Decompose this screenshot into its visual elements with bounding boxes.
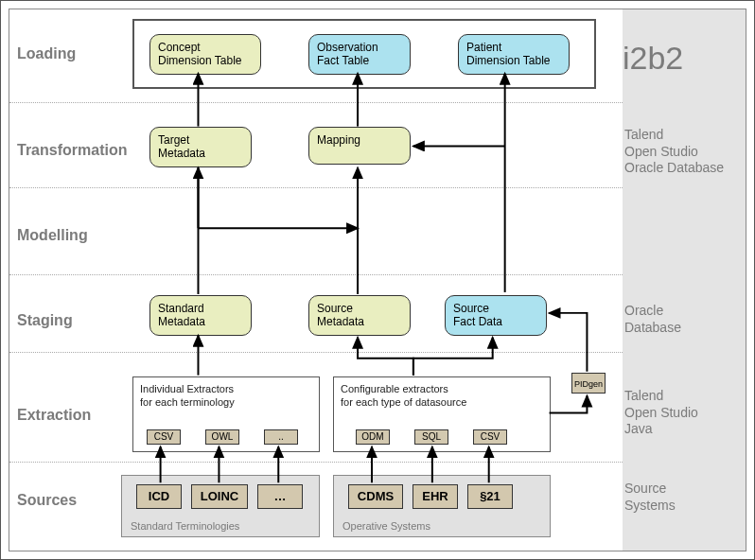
source-ehr: EHR — [413, 484, 458, 509]
extraction-right-caption: Configurable extractors for each type of… — [341, 382, 466, 410]
format-sql: SQL — [414, 429, 448, 445]
side-label-sources: Source Systems — [624, 481, 738, 514]
node-source-metadata: Source Metadata — [308, 295, 411, 336]
row-label-sources: Sources — [17, 492, 77, 509]
node-standard-metadata: Standard Metadata — [149, 295, 252, 336]
format-csv-right: CSV — [473, 429, 507, 445]
source-p21: §21 — [467, 484, 513, 509]
node-mapping: Mapping — [308, 127, 411, 165]
node-target-metadata: Target Metadata — [149, 127, 252, 167]
tech-sidebar — [623, 9, 746, 551]
node-source-fact-data: Source Fact Data — [445, 295, 547, 336]
format-csv-left: CSV — [147, 429, 181, 445]
source-loinc: LOINC — [191, 484, 248, 509]
diagram-frame: Loading Transformation Modelling Staging… — [0, 0, 755, 560]
row-label-transformation: Transformation — [17, 142, 127, 159]
format-odm: ODM — [356, 429, 390, 445]
separator — [9, 274, 623, 275]
node-observation-fact: Observation Fact Table — [308, 34, 411, 75]
separator — [9, 187, 623, 188]
diagram-inner: Loading Transformation Modelling Staging… — [9, 9, 746, 551]
row-label-staging: Staging — [17, 312, 73, 329]
node-pidgen: PIDgen — [571, 373, 606, 394]
row-label-modelling: Modelling — [17, 227, 88, 244]
side-label-extraction: Talend Open Studio Java — [624, 388, 738, 438]
sources-operative-caption: Operative Systems — [342, 520, 430, 532]
side-label-staging: Oracle Database — [624, 303, 738, 336]
node-concept-dimension: Concept Dimension Table — [149, 34, 261, 75]
side-label-i2b2: i2b2 — [623, 38, 736, 79]
separator — [9, 462, 623, 463]
source-cdms: CDMS — [348, 484, 403, 509]
separator — [9, 102, 623, 103]
row-label-extraction: Extraction — [17, 407, 91, 424]
format-owl: OWL — [205, 429, 239, 445]
separator — [9, 352, 623, 353]
source-ellipsis: … — [257, 484, 303, 509]
format-ellipsis: .. — [264, 429, 298, 445]
node-patient-dimension: Patient Dimension Table — [458, 34, 570, 75]
source-icd: ICD — [136, 484, 182, 509]
row-label-loading: Loading — [17, 45, 76, 62]
sources-standard-caption: Standard Terminologies — [131, 520, 239, 532]
side-label-transform: Talend Open Studio Oracle Database — [624, 127, 738, 177]
extraction-left-caption: Individual Extractors for each terminolo… — [140, 382, 235, 410]
